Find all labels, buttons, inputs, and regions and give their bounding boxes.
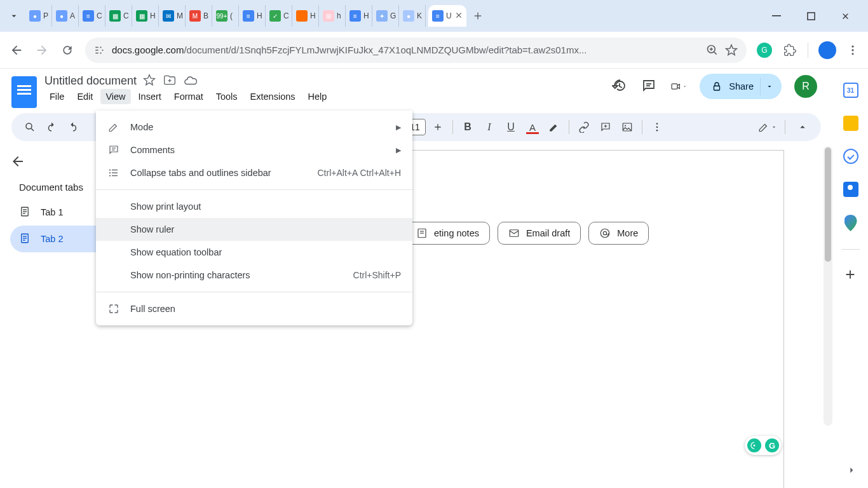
nav-reload-button[interactable]	[60, 43, 75, 58]
bold-icon[interactable]: B	[458, 118, 477, 137]
zoom-icon[interactable]	[706, 44, 719, 57]
browser-tab[interactable]: ✓C	[266, 5, 292, 27]
browser-tab[interactable]: ⊞h	[319, 5, 346, 27]
menu-insert[interactable]: Insert	[133, 89, 166, 104]
insert-image-icon[interactable]	[618, 118, 637, 137]
menu-item-label: Show ruler	[130, 224, 401, 234]
menu-item-full-screen[interactable]: Full screen	[96, 297, 412, 320]
more-toolbar-icon[interactable]	[648, 118, 667, 137]
add-comment-icon[interactable]	[596, 118, 615, 137]
template-chip[interactable]: Email draft	[498, 222, 581, 245]
chip-label: eting notes	[434, 228, 479, 238]
chrome-profile-avatar[interactable]	[818, 41, 836, 59]
meet-icon[interactable]	[670, 78, 687, 95]
menu-item-show-equation-toolbar[interactable]: Show equation toolbar	[96, 241, 412, 264]
tasks-icon[interactable]	[843, 149, 858, 164]
menu-item-show-ruler[interactable]: Show ruler	[96, 218, 412, 241]
redo-icon[interactable]	[64, 118, 83, 137]
hide-side-panel-icon[interactable]	[845, 464, 858, 477]
window-close-button[interactable]	[834, 6, 857, 25]
menu-extensions[interactable]: Extensions	[245, 89, 301, 104]
scrollbar[interactable]	[824, 146, 832, 426]
insert-link-icon[interactable]	[574, 118, 593, 137]
text-color-icon[interactable]: A	[523, 118, 542, 137]
browser-tab-label: C	[123, 11, 129, 20]
panel-back-button[interactable]	[10, 154, 29, 173]
maps-icon[interactable]	[844, 215, 857, 231]
browser-tab[interactable]: ●P	[25, 5, 52, 27]
browser-tab[interactable]: ≡H	[239, 5, 266, 27]
window-maximize-button[interactable]	[799, 6, 822, 25]
browser-tab[interactable]: ≡C	[79, 5, 105, 27]
browser-tab[interactable]: H	[292, 5, 319, 27]
tab-favicon: ●	[29, 10, 41, 22]
comments-icon[interactable]	[641, 78, 658, 95]
share-button[interactable]: Share	[700, 74, 782, 99]
undo-icon[interactable]	[42, 118, 61, 137]
browser-tab[interactable]: MB	[186, 5, 212, 27]
menu-item-comments[interactable]: Comments▶	[96, 139, 412, 161]
browser-tab-active[interactable]: ≡ U	[428, 5, 466, 27]
tab-favicon: ✉	[163, 10, 174, 22]
template-chip[interactable]: More	[588, 222, 649, 245]
document-title[interactable]: Untitled document	[44, 74, 137, 88]
share-dropdown-caret[interactable]	[760, 78, 778, 95]
nav-back-button[interactable]	[9, 43, 24, 58]
history-icon[interactable]	[612, 78, 628, 95]
search-menus-icon[interactable]	[20, 118, 39, 137]
increase-font-icon[interactable]	[428, 118, 447, 137]
tab-search-dropdown[interactable]	[5, 7, 23, 25]
menu-format[interactable]: Format	[169, 89, 208, 104]
grammarly-widget[interactable]: G	[745, 436, 782, 455]
submenu-arrow-icon: ▶	[396, 146, 401, 154]
underline-icon[interactable]: U	[501, 118, 520, 137]
menu-item-collapse-tabs-and-outlines-sidebar[interactable]: Collapse tabs and outlines sidebarCtrl+A…	[96, 161, 412, 184]
menu-edit[interactable]: Edit	[72, 89, 98, 104]
browser-tab[interactable]: ●A	[52, 5, 79, 27]
italic-icon[interactable]: I	[480, 118, 499, 137]
browser-tab[interactable]: ✦G	[372, 5, 399, 27]
menu-view[interactable]: View	[100, 89, 130, 104]
menu-item-mode[interactable]: Mode▶	[96, 116, 412, 139]
collapse-toolbar-icon[interactable]	[793, 118, 812, 137]
doc-tab-icon	[19, 233, 32, 245]
nav-forward-button[interactable]	[34, 43, 50, 58]
chrome-menu-icon[interactable]	[846, 44, 859, 57]
highlight-icon[interactable]	[545, 118, 564, 137]
move-folder-icon[interactable]	[163, 74, 177, 88]
calendar-icon[interactable]	[843, 83, 858, 98]
url-bar[interactable]: docs.google.com/document/d/1Snqh5FzcjFYL…	[85, 37, 747, 63]
menu-item-show-print-layout[interactable]: Show print layout	[96, 195, 412, 218]
get-addons-icon[interactable]	[843, 268, 858, 283]
new-tab-button[interactable]	[469, 7, 487, 25]
star-icon[interactable]	[143, 74, 157, 88]
menu-help[interactable]: Help	[303, 89, 332, 104]
extensions-icon[interactable]	[782, 43, 797, 58]
keep-icon[interactable]	[843, 116, 858, 131]
svg-point-22	[625, 125, 626, 126]
contacts-icon[interactable]	[843, 182, 858, 197]
browser-tab[interactable]: ●K	[399, 5, 426, 27]
doc-tab-label: Tab 1	[41, 207, 63, 217]
site-settings-icon[interactable]	[94, 44, 105, 56]
editing-mode-icon[interactable]	[758, 118, 777, 137]
docs-logo-icon[interactable]	[11, 76, 37, 108]
browser-tab[interactable]: ▦H	[132, 5, 159, 27]
menu-tools[interactable]: Tools	[211, 89, 243, 104]
browser-nav-bar: docs.google.com/document/d/1Snqh5FzcjFYL…	[0, 32, 868, 69]
close-tab-icon[interactable]	[454, 11, 463, 21]
browser-tab[interactable]: 99+(	[212, 5, 239, 27]
browser-tab[interactable]: ✉M	[159, 5, 186, 27]
browser-tab[interactable]: ▦C	[105, 5, 132, 27]
bookmark-star-icon[interactable]	[725, 44, 738, 57]
scrollbar-thumb[interactable]	[825, 147, 831, 262]
grammarly-ext-icon[interactable]: G	[757, 43, 772, 58]
browser-tab-label: H	[363, 11, 369, 20]
template-chip[interactable]: eting notes	[405, 222, 490, 245]
menu-item-show-non-printing-characters[interactable]: Show non-printing charactersCtrl+Shift+P	[96, 264, 412, 287]
browser-tab[interactable]: ≡H	[346, 5, 372, 27]
menu-file[interactable]: File	[44, 89, 69, 104]
window-minimize-button[interactable]	[765, 6, 788, 25]
account-avatar[interactable]: R	[794, 75, 817, 98]
cloud-status-icon[interactable]	[184, 74, 198, 88]
